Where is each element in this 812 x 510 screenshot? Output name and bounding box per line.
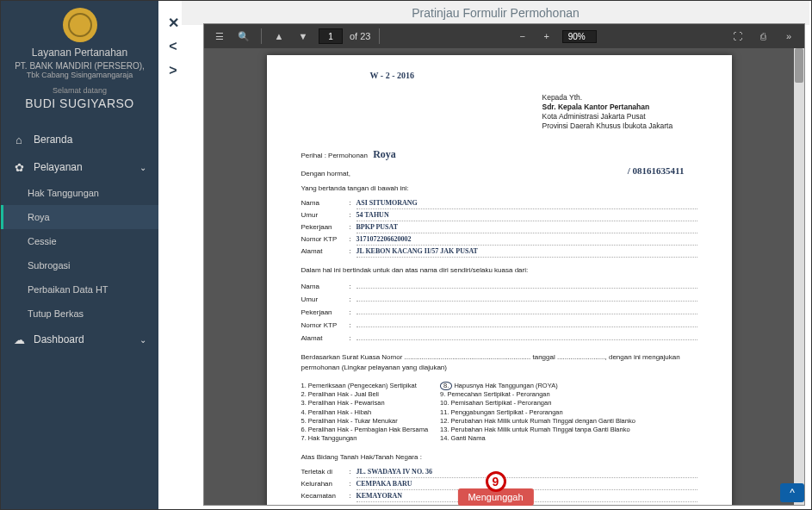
chevron-down-icon: ⌄: [139, 163, 146, 172]
app-logo-icon: [63, 8, 97, 42]
field-label: Umur: [301, 294, 350, 305]
nav-label: Beranda: [34, 134, 72, 146]
chevron-down-icon: ⌄: [139, 335, 146, 345]
service-item: 3. Peralihan Hak - Pewarisan: [301, 399, 429, 407]
service-item: 14. Ganti Nama: [440, 434, 635, 443]
perihal-value: Roya: [373, 148, 396, 160]
home-icon: ⌂: [13, 134, 25, 146]
sidebar: Layanan Pertanahan PT. BANK MANDIRI (PER…: [1, 1, 158, 509]
surat-kuasa-line: Berdasarkan Surat Kuasa Nomor ..........…: [301, 352, 697, 373]
zoom-out-icon[interactable]: −: [514, 28, 531, 45]
addr-line: Kepada Yth.: [542, 93, 697, 103]
field-label: Alamat: [301, 333, 350, 344]
page-number-input[interactable]: [319, 28, 343, 44]
field-label: Umur: [301, 209, 350, 221]
field-label: Pekerjaan: [301, 307, 350, 318]
service-item: 7. Hak Tanggungan: [301, 434, 429, 443]
sub-subrogasi[interactable]: Subrogasi: [1, 253, 158, 277]
acting-for: Dalam hal ini bertindak untuk dan atas n…: [301, 266, 697, 274]
field-value: [356, 318, 697, 327]
field-value: JL. SWADAYA IV NO. 36: [356, 466, 697, 478]
applicant-block: Nama:ASI SITUMORANG Umur:54 TAHUN Pekerj…: [301, 197, 697, 258]
prev-button[interactable]: <: [164, 38, 182, 55]
pdf-viewer: ☰ 🔍 ▲ ▼ of 23 − + 90% ⛶ ⎙ » W - 2 - 2016: [203, 23, 805, 506]
service-item: 1. Pemeriksaan (Pengecekan) Sertipikat: [301, 382, 429, 390]
nav-beranda[interactable]: ⌂ Beranda: [1, 126, 158, 153]
sub-roya[interactable]: Roya: [1, 205, 158, 229]
perihal-label: Perihal : Permohonan: [301, 152, 368, 159]
main-title: Pratinjau Formulir Permohonan: [182, 1, 809, 25]
sub-tutup[interactable]: Tutup Berkas: [1, 302, 158, 326]
field-label: Kecamatan: [301, 490, 350, 501]
doc-addressee: Kepada Yth. Sdr. Kepala Kantor Pertanaha…: [542, 93, 697, 131]
zoom-in-icon[interactable]: +: [538, 28, 555, 45]
nav-label: Pelayanan: [34, 161, 83, 173]
sidebar-toggle-icon[interactable]: ☰: [211, 28, 228, 45]
app-title: Layanan Pertanahan: [5, 47, 154, 59]
field-label: Nama: [301, 281, 350, 292]
perihal: Perihal : Permohonan Roya: [301, 148, 697, 161]
page-up-icon[interactable]: ▲: [270, 28, 288, 45]
services-list: 1. Pemeriksaan (Pengecekan) Sertipikat2.…: [301, 382, 697, 443]
field-label: Terletak di: [301, 466, 350, 477]
addr-line: Sdr. Kepala Kantor Pertanahan: [542, 103, 650, 111]
username: BUDI SUGIYARSO: [5, 96, 154, 110]
field-value: 54 TAHUN: [356, 209, 697, 221]
sub-hak-tanggungan[interactable]: Hak Tanggungan: [1, 181, 158, 205]
next-button[interactable]: >: [164, 62, 182, 79]
org-line1: PT. BANK MANDIRI (PERSERO),: [5, 61, 154, 71]
bidang-label: Atas Bidang Tanah Hak/Tanah Negara :: [301, 453, 697, 461]
nav-pelayanan[interactable]: ✿ Pelayanan ⌄: [1, 153, 158, 181]
addr-line: Kota Administrasi Jakarta Pusat: [542, 112, 697, 121]
field-value: 3171072206620002: [356, 233, 697, 246]
phone-annotation: / 08161635411: [628, 165, 685, 176]
field-value: BPKP PUSAT: [356, 221, 697, 233]
nav-dashboard[interactable]: ☁ Dashboard ⌄: [1, 326, 158, 353]
more-tools-icon[interactable]: »: [780, 28, 797, 45]
field-label: Alamat: [301, 246, 350, 257]
service-item: 10. Pemisahan Sertipikat - Perorangan: [440, 399, 635, 407]
field-value: ASI SITUMORANG: [356, 197, 697, 209]
zoom-select[interactable]: 90%: [562, 30, 597, 43]
doc-date: W - 2 - 2016: [370, 71, 414, 80]
nav-label: Dashboard: [34, 333, 84, 345]
field-label: Kota Jakarta: [301, 502, 350, 505]
field-value: [356, 279, 697, 289]
sub-perbaikan[interactable]: Perbaikan Data HT: [1, 277, 158, 302]
nav: ⌂ Beranda ✿ Pelayanan ⌄ Hak Tanggungan R…: [1, 126, 158, 353]
search-icon[interactable]: 🔍: [235, 28, 252, 45]
org-line2: Tbk Cabang Sisingamangaraja: [5, 71, 154, 79]
services-left: 1. Pemeriksaan (Pengecekan) Sertipikat2.…: [301, 382, 429, 443]
dashboard-icon: ☁: [13, 333, 25, 345]
welcome-label: Selamat datang: [5, 86, 154, 95]
sub-cessie[interactable]: Cessie: [1, 229, 158, 253]
pdf-canvas[interactable]: W - 2 - 2016 Kepada Yth. Sdr. Kepala Kan…: [204, 48, 794, 505]
field-value: [356, 305, 697, 314]
wizard-nav: ✕ < >: [164, 14, 182, 79]
sidebar-header: Layanan Pertanahan PT. BANK MANDIRI (PER…: [1, 1, 158, 119]
service-item: 11. Penggabungan Sertipikat - Perorangan: [440, 408, 635, 417]
service-item: 8. Hapusnya Hak Tanggungan (ROYA): [440, 382, 635, 390]
service-item: 4. Peralihan Hak - Hibah: [301, 408, 429, 417]
service-item: 12. Perubahan Hak Milik untuk Rumah Ting…: [440, 417, 635, 426]
document-page: W - 2 - 2016 Kepada Yth. Sdr. Kepala Kan…: [267, 55, 732, 505]
services-right: 8. Hapusnya Hak Tanggungan (ROYA)9. Peme…: [440, 382, 635, 443]
service-item: 5. Peralihan Hak - Tukar Menukar: [301, 417, 429, 426]
page-down-icon[interactable]: ▼: [294, 28, 312, 45]
service-item: 2. Peralihan Hak - Jual Beli: [301, 390, 429, 399]
field-label: Pekerjaan: [301, 221, 350, 233]
print-icon[interactable]: ⎙: [754, 28, 772, 45]
gears-icon: ✿: [13, 161, 25, 173]
pdf-scrollbar[interactable]: [794, 48, 804, 505]
field-label: Nama: [301, 197, 350, 208]
main-panel: Pratinjau Formulir Permohonan ☰ 🔍 ▲ ▼ of…: [182, 1, 809, 507]
presentation-icon[interactable]: ⛶: [728, 28, 746, 45]
addr-line: Provinsi Daerah Khusus Ibukota Jakarta: [542, 121, 697, 131]
scrollbar-thumb[interactable]: [795, 48, 803, 83]
pdf-toolbar: ☰ 🔍 ▲ ▼ of 23 − + 90% ⛶ ⎙ »: [204, 24, 804, 48]
close-button[interactable]: ✕: [164, 14, 182, 31]
field-value: [356, 331, 697, 340]
field-label: Kelurahan: [301, 478, 350, 489]
field-value: JL KEBON KACANG II/57 JAK PUSAT: [356, 246, 697, 258]
scroll-to-top-button[interactable]: ^: [780, 483, 804, 502]
